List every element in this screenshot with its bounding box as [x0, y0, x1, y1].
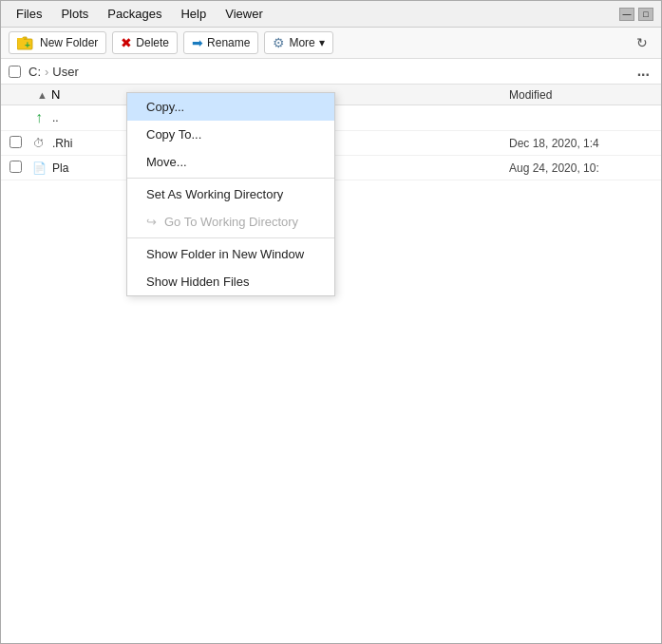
show-hidden-label: Show Hidden Files	[146, 275, 249, 289]
svg-text:+: +	[25, 40, 30, 50]
menu-item-show-folder[interactable]: Show Folder in New Window	[127, 240, 334, 268]
delete-icon: ✖	[121, 35, 132, 50]
dropdown-menu: Copy... Copy To... Move... Set As Workin…	[126, 92, 335, 296]
menu-files[interactable]: Files	[9, 4, 49, 24]
menu-item-show-hidden[interactable]: Show Hidden Files	[127, 268, 334, 295]
sort-arrow-icon: ▲	[37, 89, 47, 101]
gear-icon: ⚙	[273, 35, 285, 50]
menu-item-copy-to[interactable]: Copy To...	[127, 121, 334, 148]
delete-label: Delete	[136, 36, 169, 49]
menu-item-move[interactable]: Move...	[127, 148, 334, 176]
menu-bar: Files Plots Packages Help Viewer — □	[1, 1, 661, 28]
rhi-file-icon: ⏱	[29, 137, 48, 150]
parent-dir-icon: ↑	[29, 109, 48, 126]
go-to-working-dir-label: Go To Working Directory	[164, 215, 298, 229]
breadcrumb-c[interactable]: C:	[28, 65, 41, 79]
row-check-1[interactable]	[1, 136, 29, 151]
maximize-button[interactable]: □	[638, 8, 653, 21]
menu-packages[interactable]: Packages	[100, 4, 169, 24]
svg-rect-2	[17, 38, 24, 40]
set-working-dir-label: Set As Working Directory	[146, 187, 283, 201]
divider-1	[127, 178, 334, 179]
more-label: More	[289, 36, 314, 49]
minimize-button[interactable]: —	[619, 8, 634, 21]
move-label: Move...	[146, 155, 187, 169]
more-button[interactable]: ⚙ More ▾	[264, 31, 332, 54]
plan-file-icon: 📄	[29, 161, 48, 175]
menu-item-set-working-dir[interactable]: Set As Working Directory	[127, 180, 334, 208]
menu-item-copy[interactable]: Copy...	[127, 93, 334, 121]
new-folder-icon: +	[17, 35, 36, 50]
row-modified-1: Dec 18, 2020, 1:4	[509, 137, 661, 150]
refresh-button[interactable]: ↻	[631, 32, 653, 53]
divider-2	[127, 237, 334, 238]
menu-help[interactable]: Help	[173, 4, 214, 24]
main-content: ▲ N Modified ↑ .. ⏱ .Rhi Dec 18, 2020, 1…	[1, 85, 661, 180]
new-folder-button[interactable]: + New Folder	[9, 31, 106, 54]
rename-label: Rename	[207, 36, 250, 49]
col-name-label: N	[51, 87, 60, 102]
goto-icon: ↪	[146, 215, 157, 229]
breadcrumb: C: › User ...	[1, 59, 661, 85]
delete-button[interactable]: ✖ Delete	[112, 31, 178, 54]
show-folder-label: Show Folder in New Window	[146, 247, 304, 261]
row-modified-2: Aug 24, 2020, 10:	[509, 161, 661, 175]
window-controls: — □	[619, 8, 653, 21]
breadcrumb-more[interactable]: ...	[634, 63, 653, 80]
rename-icon: ➡	[192, 35, 203, 50]
copy-to-label: Copy To...	[146, 127, 201, 142]
menu-item-go-to-working-dir: ↪ Go To Working Directory	[127, 208, 334, 236]
breadcrumb-sep-1: ›	[45, 65, 48, 79]
toolbar: + New Folder ✖ Delete ➡ Rename ⚙ More ▾ …	[1, 28, 661, 59]
rename-button[interactable]: ➡ Rename	[183, 31, 258, 54]
menu-viewer[interactable]: Viewer	[218, 4, 271, 24]
more-arrow-icon: ▾	[319, 36, 325, 49]
copy-label: Copy...	[146, 100, 184, 114]
menu-plots[interactable]: Plots	[53, 4, 96, 24]
col-modified-header[interactable]: Modified	[509, 88, 661, 102]
select-all-checkbox[interactable]	[9, 66, 21, 78]
row-check-2[interactable]	[1, 161, 29, 176]
new-folder-label: New Folder	[40, 36, 98, 49]
breadcrumb-user[interactable]: User	[52, 65, 78, 79]
